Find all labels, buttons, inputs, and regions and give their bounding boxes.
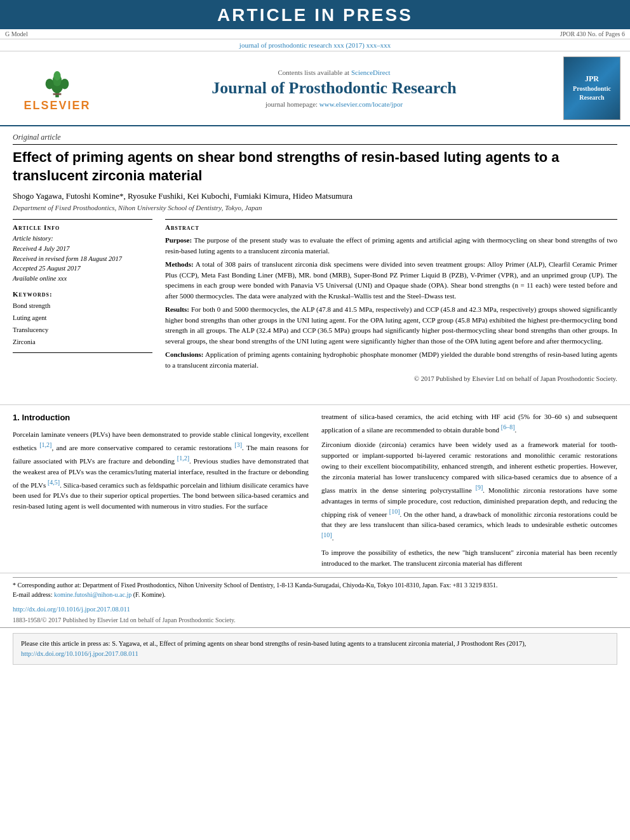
keywords-title: Keywords:	[13, 290, 152, 298]
intro-heading: 1. Introduction	[13, 411, 309, 424]
svg-point-5	[61, 79, 69, 90]
email-link[interactable]: komine.futoshi@nihon-u.ac.jp	[54, 591, 131, 598]
svg-rect-6	[53, 93, 62, 95]
journal-cover-image: JPRProsthodonticResearch	[563, 57, 620, 120]
issn-section: 1883-1958/© 2017 Published by Elsevier L…	[0, 615, 630, 628]
main-content-area: Original article Effect of priming agent…	[0, 126, 630, 398]
citation-text: Please cite this article in press as: S.…	[21, 640, 526, 647]
body-para-3: Zirconium dioxide (zirconia) ceramics ha…	[321, 439, 617, 543]
article-info-box: Article Info Article history: Received 4…	[13, 219, 152, 352]
body-para-2: treatment of silica-based ceramics, the …	[321, 411, 617, 436]
citation-box: Please cite this article in press as: S.…	[13, 633, 617, 665]
elsevier-wordmark: ELSEVIER	[23, 99, 90, 112]
keywords-section: Keywords: Bond strengthLuting agentTrans…	[13, 290, 152, 349]
journal-title: Journal of Prosthodontic Research	[114, 79, 554, 98]
doi-link[interactable]: http://dx.doi.org/10.1016/j.jpor.2017.08…	[13, 606, 130, 613]
ref-10[interactable]: [10]	[389, 508, 400, 515]
gmodel-bar: G Model JPOR 430 No. of Pages 6	[0, 29, 630, 39]
authors-line: Shogo Yagawa, Futoshi Komine*, Ryosuke F…	[13, 191, 617, 201]
elsevier-logo: ELSEVIER	[23, 64, 90, 112]
elsevier-tree-icon	[35, 64, 79, 99]
journal-link-bar: journal of prosthodontic research xxx (2…	[0, 39, 630, 51]
methods-label: Methods:	[165, 260, 194, 268]
abstract-col: Abstract Purpose: The purpose of the pre…	[165, 219, 617, 384]
accepted-date: Accepted 25 August 2017	[13, 263, 152, 274]
available-online: Available online xxx	[13, 274, 152, 284]
conclusions-label: Conclusions:	[165, 350, 204, 358]
section-divider	[0, 404, 630, 405]
footnote-divider	[13, 577, 617, 578]
article-type-label: Original article	[13, 133, 617, 145]
article-info-title: Article Info	[13, 223, 152, 231]
article-title: Effect of priming agents on shear bond s…	[13, 149, 617, 185]
journal-volume-link[interactable]: journal of prosthodontic research xxx (2…	[239, 41, 391, 49]
affiliation-line: Department of Fixed Prosthodontics, Niho…	[13, 204, 617, 211]
received-date: Received 4 July 2017	[13, 244, 152, 254]
svg-point-4	[46, 79, 54, 90]
body-col-right: treatment of silica-based ceramics, the …	[321, 411, 617, 573]
journal-title-area: Contents lists available at ScienceDirec…	[114, 57, 554, 120]
ref-1-2[interactable]: [1,2]	[39, 441, 51, 448]
results-label: Results:	[165, 305, 189, 313]
ref-4-5[interactable]: [4,5]	[48, 479, 60, 486]
journal-homepage-link[interactable]: www.elsevier.com/locate/jpor	[319, 100, 403, 108]
copyright-line: © 2017 Published by Elsevier Ltd on beha…	[165, 374, 617, 384]
doi-section: http://dx.doi.org/10.1016/j.jpor.2017.08…	[0, 603, 630, 615]
footnote-section: * Corresponding author at: Department of…	[0, 573, 630, 603]
abstract-methods: Methods: A total of 308 pairs of translu…	[165, 259, 617, 301]
email-label: E-mail address:	[13, 591, 52, 598]
abstract-results: Results: For both 0 and 5000 thermocycle…	[165, 304, 617, 346]
email-note-suffix: (F. Komine).	[133, 591, 166, 598]
abstract-title: Abstract	[165, 223, 617, 231]
corresponding-author-note: * Corresponding author at: Department of…	[13, 580, 617, 590]
intro-para-1: Porcelain laminate veneers (PLVs) have b…	[13, 429, 309, 512]
ref-1-2b[interactable]: [1,2]	[177, 455, 189, 462]
abstract-text: Purpose: The purpose of the present stud…	[165, 235, 617, 384]
ref-9[interactable]: [9]	[476, 484, 483, 491]
gmodel-right: JPOR 430 No. of Pages 6	[560, 30, 625, 37]
elsevier-logo-area: ELSEVIER	[6, 57, 108, 120]
article-info-abstract-row: Article Info Article history: Received 4…	[13, 219, 617, 384]
body-para-4: To improve the possibility of esthetics,…	[321, 547, 617, 569]
article-info-col: Article Info Article history: Received 4…	[13, 219, 152, 384]
journal-cover-area: JPRProsthodonticResearch	[560, 57, 624, 120]
svg-point-3	[54, 71, 61, 81]
body-content: 1. Introduction Porcelain laminate venee…	[0, 411, 630, 573]
body-col-left: 1. Introduction Porcelain laminate venee…	[13, 411, 309, 573]
ref-6-8[interactable]: [6–8]	[501, 423, 515, 430]
email-note: E-mail address: komine.futoshi@nihon-u.a…	[13, 590, 617, 599]
abstract-purpose: Purpose: The purpose of the present stud…	[165, 235, 617, 256]
article-history-label: Article history:	[13, 234, 152, 244]
revised-date: Received in revised form 18 August 2017	[13, 254, 152, 264]
abstract-section: Abstract Purpose: The purpose of the pre…	[165, 219, 617, 384]
sciencedirect-line: Contents lists available at ScienceDirec…	[114, 69, 554, 76]
journal-header: ELSEVIER Contents lists available at Sci…	[0, 51, 630, 126]
article-in-press-banner: ARTICLE IN PRESS	[0, 0, 630, 29]
sciencedirect-link[interactable]: ScienceDirect	[351, 69, 391, 76]
citation-doi-link[interactable]: http://dx.doi.org/10.1016/j.jpor.2017.08…	[21, 650, 138, 657]
purpose-label: Purpose:	[165, 236, 192, 244]
journal-homepage-line: journal homepage: www.elsevier.com/locat…	[114, 100, 554, 108]
keywords-list: Bond strengthLuting agentTranslucencyZir…	[13, 300, 152, 349]
abstract-conclusions: Conclusions: Application of priming agen…	[165, 349, 617, 370]
ref-3[interactable]: [3]	[234, 441, 242, 448]
ref-10b[interactable]: [10]	[321, 531, 332, 538]
gmodel-left: G Model	[5, 30, 28, 37]
